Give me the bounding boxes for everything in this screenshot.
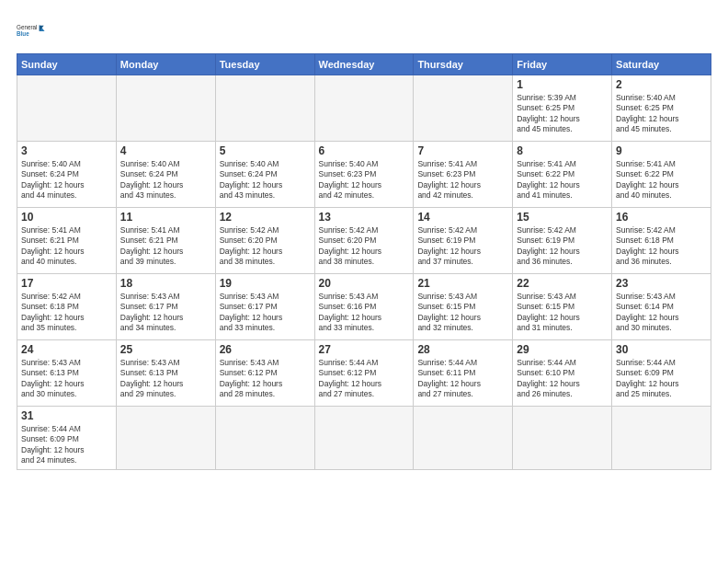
day-info: Sunrise: 5:43 AM Sunset: 6:16 PM Dayligh…	[319, 292, 410, 334]
day-number: 25	[120, 343, 211, 356]
calendar-cell: 14Sunrise: 5:42 AM Sunset: 6:19 PM Dayli…	[414, 208, 513, 274]
calendar-week-row: 31Sunrise: 5:44 AM Sunset: 6:09 PM Dayli…	[17, 407, 711, 470]
day-number: 9	[616, 144, 707, 157]
calendar-header-wednesday: Wednesday	[314, 54, 414, 75]
calendar-cell	[116, 75, 215, 142]
calendar-cell	[116, 407, 215, 470]
calendar-cell	[17, 75, 117, 142]
calendar-cell	[513, 407, 612, 470]
day-number: 31	[21, 409, 112, 422]
calendar-cell: 21Sunrise: 5:43 AM Sunset: 6:15 PM Dayli…	[414, 274, 513, 340]
calendar-cell: 19Sunrise: 5:43 AM Sunset: 6:17 PM Dayli…	[215, 274, 314, 340]
day-info: Sunrise: 5:42 AM Sunset: 6:18 PM Dayligh…	[616, 225, 707, 268]
day-number: 18	[120, 277, 211, 290]
calendar-cell	[612, 407, 711, 470]
calendar-cell: 16Sunrise: 5:42 AM Sunset: 6:18 PM Dayli…	[612, 208, 711, 274]
day-info: Sunrise: 5:40 AM Sunset: 6:24 PM Dayligh…	[220, 159, 311, 201]
day-info: Sunrise: 5:41 AM Sunset: 6:23 PM Dayligh…	[417, 159, 508, 201]
calendar-cell: 11Sunrise: 5:41 AM Sunset: 6:21 PM Dayli…	[116, 208, 215, 274]
calendar-header-row: SundayMondayTuesdayWednesdayThursdayFrid…	[17, 54, 711, 75]
svg-text:General: General	[17, 24, 37, 30]
calendar-cell: 8Sunrise: 5:41 AM Sunset: 6:22 PM Daylig…	[513, 142, 612, 208]
day-info: Sunrise: 5:41 AM Sunset: 6:22 PM Dayligh…	[517, 159, 608, 201]
calendar-header-thursday: Thursday	[414, 54, 513, 75]
calendar-header-tuesday: Tuesday	[215, 54, 314, 75]
day-info: Sunrise: 5:41 AM Sunset: 6:21 PM Dayligh…	[120, 225, 211, 268]
day-number: 15	[517, 211, 608, 224]
day-number: 6	[319, 144, 410, 157]
calendar-cell: 13Sunrise: 5:42 AM Sunset: 6:20 PM Dayli…	[314, 208, 414, 274]
day-number: 28	[417, 343, 508, 356]
day-info: Sunrise: 5:42 AM Sunset: 6:20 PM Dayligh…	[220, 225, 311, 268]
day-info: Sunrise: 5:40 AM Sunset: 6:24 PM Dayligh…	[120, 159, 211, 201]
day-info: Sunrise: 5:43 AM Sunset: 6:15 PM Dayligh…	[517, 292, 608, 334]
day-number: 20	[319, 277, 410, 290]
day-number: 30	[616, 343, 707, 356]
calendar-cell: 10Sunrise: 5:41 AM Sunset: 6:21 PM Dayli…	[17, 208, 117, 274]
day-number: 23	[616, 277, 707, 290]
calendar-cell: 4Sunrise: 5:40 AM Sunset: 6:24 PM Daylig…	[116, 142, 215, 208]
day-number: 27	[319, 343, 410, 356]
calendar-cell: 23Sunrise: 5:43 AM Sunset: 6:14 PM Dayli…	[612, 274, 711, 340]
calendar-cell: 20Sunrise: 5:43 AM Sunset: 6:16 PM Dayli…	[314, 274, 414, 340]
day-number: 3	[21, 144, 112, 157]
day-info: Sunrise: 5:41 AM Sunset: 6:22 PM Dayligh…	[616, 159, 707, 201]
calendar-cell: 1Sunrise: 5:39 AM Sunset: 6:25 PM Daylig…	[513, 75, 612, 142]
day-info: Sunrise: 5:43 AM Sunset: 6:12 PM Dayligh…	[220, 358, 311, 400]
calendar-cell: 18Sunrise: 5:43 AM Sunset: 6:17 PM Dayli…	[116, 274, 215, 340]
calendar-cell: 17Sunrise: 5:42 AM Sunset: 6:18 PM Dayli…	[17, 274, 117, 340]
day-number: 7	[417, 144, 508, 157]
calendar-header-friday: Friday	[513, 54, 612, 75]
day-number: 21	[417, 277, 508, 290]
calendar-cell	[215, 407, 314, 470]
calendar-week-row: 3Sunrise: 5:40 AM Sunset: 6:24 PM Daylig…	[17, 142, 711, 208]
day-info: Sunrise: 5:43 AM Sunset: 6:13 PM Dayligh…	[120, 358, 211, 400]
calendar-cell	[314, 75, 414, 142]
day-info: Sunrise: 5:42 AM Sunset: 6:18 PM Dayligh…	[21, 292, 112, 334]
calendar-header-monday: Monday	[116, 54, 215, 75]
day-info: Sunrise: 5:44 AM Sunset: 6:09 PM Dayligh…	[616, 358, 707, 400]
day-number: 12	[220, 211, 311, 224]
day-info: Sunrise: 5:40 AM Sunset: 6:24 PM Dayligh…	[21, 159, 112, 201]
day-info: Sunrise: 5:40 AM Sunset: 6:25 PM Dayligh…	[616, 93, 707, 135]
calendar-cell: 24Sunrise: 5:43 AM Sunset: 6:13 PM Dayli…	[17, 340, 117, 407]
day-info: Sunrise: 5:42 AM Sunset: 6:19 PM Dayligh…	[517, 225, 608, 268]
day-number: 11	[120, 211, 211, 224]
day-number: 17	[21, 277, 112, 290]
day-number: 16	[616, 211, 707, 224]
calendar-header-sunday: Sunday	[17, 54, 117, 75]
day-info: Sunrise: 5:43 AM Sunset: 6:13 PM Dayligh…	[21, 358, 112, 400]
day-number: 29	[517, 343, 608, 356]
calendar-cell: 15Sunrise: 5:42 AM Sunset: 6:19 PM Dayli…	[513, 208, 612, 274]
day-number: 14	[417, 211, 508, 224]
calendar-cell: 25Sunrise: 5:43 AM Sunset: 6:13 PM Dayli…	[116, 340, 215, 407]
day-info: Sunrise: 5:40 AM Sunset: 6:23 PM Dayligh…	[319, 159, 410, 201]
day-number: 26	[220, 343, 311, 356]
day-number: 1	[517, 78, 608, 91]
day-info: Sunrise: 5:44 AM Sunset: 6:11 PM Dayligh…	[417, 358, 508, 400]
day-info: Sunrise: 5:44 AM Sunset: 6:12 PM Dayligh…	[319, 358, 410, 400]
calendar-cell	[414, 75, 513, 142]
calendar-cell: 28Sunrise: 5:44 AM Sunset: 6:11 PM Dayli…	[414, 340, 513, 407]
header: GeneralBlue	[17, 15, 711, 48]
generalblue-logo-icon: GeneralBlue	[17, 15, 50, 48]
day-info: Sunrise: 5:44 AM Sunset: 6:10 PM Dayligh…	[517, 358, 608, 400]
calendar-cell: 30Sunrise: 5:44 AM Sunset: 6:09 PM Dayli…	[612, 340, 711, 407]
day-number: 4	[120, 144, 211, 157]
calendar-cell: 31Sunrise: 5:44 AM Sunset: 6:09 PM Dayli…	[17, 407, 117, 470]
day-number: 2	[616, 78, 707, 91]
calendar-cell	[215, 75, 314, 142]
day-number: 22	[517, 277, 608, 290]
calendar-cell: 7Sunrise: 5:41 AM Sunset: 6:23 PM Daylig…	[414, 142, 513, 208]
calendar-cell	[414, 407, 513, 470]
day-info: Sunrise: 5:43 AM Sunset: 6:14 PM Dayligh…	[616, 292, 707, 334]
calendar-header-saturday: Saturday	[612, 54, 711, 75]
calendar-cell: 29Sunrise: 5:44 AM Sunset: 6:10 PM Dayli…	[513, 340, 612, 407]
calendar-cell: 27Sunrise: 5:44 AM Sunset: 6:12 PM Dayli…	[314, 340, 414, 407]
page: GeneralBlue SundayMondayTuesdayWednesday…	[0, 0, 728, 479]
calendar-cell: 12Sunrise: 5:42 AM Sunset: 6:20 PM Dayli…	[215, 208, 314, 274]
day-info: Sunrise: 5:42 AM Sunset: 6:19 PM Dayligh…	[417, 225, 508, 268]
calendar-cell: 3Sunrise: 5:40 AM Sunset: 6:24 PM Daylig…	[17, 142, 117, 208]
day-info: Sunrise: 5:42 AM Sunset: 6:20 PM Dayligh…	[319, 225, 410, 268]
calendar-cell: 5Sunrise: 5:40 AM Sunset: 6:24 PM Daylig…	[215, 142, 314, 208]
